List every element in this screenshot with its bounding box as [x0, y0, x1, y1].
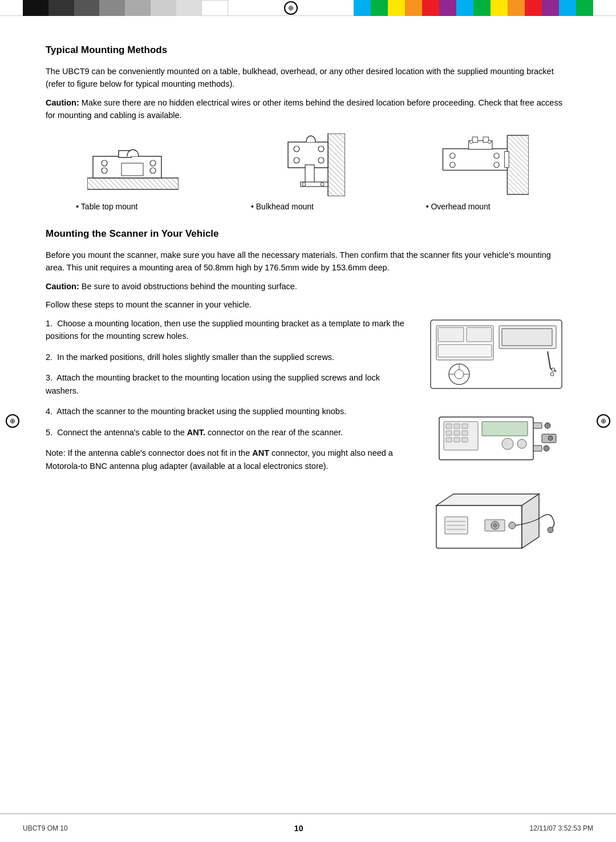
swatch-c9: [491, 0, 508, 16]
step-4-text: Attach the scanner to the mounting brack…: [56, 407, 346, 416]
page-number: 10: [294, 824, 303, 833]
swatch-7: [176, 0, 202, 16]
svg-rect-55: [446, 431, 452, 435]
step-5-text: Connect the antenna's cable to the ANT. …: [57, 428, 343, 437]
step-5: 5. Connect the antenna's cable to the AN…: [46, 426, 411, 439]
svg-rect-2: [87, 178, 179, 189]
swatch-c12: [542, 0, 559, 16]
swatch-c8: [473, 0, 491, 16]
step-2-text: In the marked positions, drill holes sli…: [57, 353, 334, 362]
top-bar-center: ⊕: [228, 0, 354, 15]
step-1: 1. Choose a mounting location, then use …: [46, 317, 411, 343]
scanner-bracket-svg: [428, 403, 565, 477]
svg-rect-36: [438, 327, 464, 342]
svg-point-43: [552, 368, 555, 371]
svg-rect-56: [454, 431, 460, 435]
svg-point-16: [318, 157, 324, 163]
svg-point-19: [302, 183, 306, 186]
table-top-diagram: [87, 133, 179, 196]
swatch-c11: [525, 0, 542, 16]
step-4: 4. Attach the scanner to the mounting br…: [46, 405, 411, 418]
swatch-c3: [388, 0, 405, 16]
svg-rect-54: [462, 424, 468, 428]
section-typical-mounting: Typical Mounting Methods The UBCT9 can b…: [46, 44, 570, 211]
svg-point-6: [102, 168, 107, 173]
svg-rect-38: [438, 345, 492, 357]
scanner-bracket-diagram: [428, 403, 565, 477]
swatch-6: [151, 0, 176, 16]
step-3: 3. Attach the mounting bracket to the mo…: [46, 371, 411, 397]
overhead-label: • Overhead mount: [426, 202, 540, 211]
step-1-text: Choose a mounting location, then use the…: [46, 319, 404, 341]
dashboard-svg: [428, 317, 565, 391]
para-intro: The UBCT9 can be conveniently mounted on…: [46, 65, 570, 91]
svg-rect-40: [502, 329, 552, 346]
svg-point-44: [550, 373, 554, 376]
svg-rect-22: [507, 135, 529, 195]
svg-point-27: [493, 162, 499, 167]
svg-rect-37: [467, 327, 492, 342]
svg-point-66: [545, 423, 550, 428]
left-color-swatches: [23, 0, 228, 15]
step-2: 2. In the marked positions, drill holes …: [46, 351, 411, 363]
svg-rect-59: [454, 438, 460, 442]
mount-labels: • Table top mount • Bulkhead mount • Ove…: [46, 202, 570, 211]
svg-rect-31: [483, 137, 488, 142]
table-top-figure: [76, 133, 190, 196]
swatch-c5: [422, 0, 439, 16]
svg-rect-57: [462, 431, 468, 435]
svg-rect-65: [533, 446, 542, 451]
swatch-c10: [508, 0, 525, 16]
car-dashboard-diagram: [428, 317, 565, 391]
svg-point-32: [469, 140, 473, 144]
top-color-bar: ⊕: [0, 0, 616, 16]
svg-point-79: [548, 527, 553, 533]
swatch-5: [125, 0, 151, 16]
swatch-c14: [576, 0, 593, 16]
swatch-c6: [439, 0, 456, 16]
svg-rect-52: [446, 424, 452, 428]
step-4-num: 4.: [46, 407, 56, 416]
bulkhead-svg: [271, 133, 345, 196]
swatch-4: [99, 0, 125, 16]
section-vehicle-mounting: Mounting the Scanner in Your Vehicle Bef…: [46, 228, 570, 562]
svg-point-69: [548, 436, 553, 440]
caution-label-1: Caution:: [46, 98, 79, 107]
registration-mark-top: ⊕: [284, 1, 298, 15]
swatch-c13: [559, 0, 576, 16]
caution-text-2: Be sure to avoid obstructions behind the…: [79, 282, 297, 291]
para-vehicle-intro: Before you mount the scanner, make sure …: [46, 249, 570, 274]
svg-rect-11: [328, 133, 345, 196]
footer-right: 12/11/07 3:52:53 PM: [530, 824, 593, 832]
svg-point-63: [517, 439, 526, 448]
heading-vehicle-mounting: Mounting the Scanner in Your Vehicle: [46, 228, 570, 240]
svg-rect-53: [454, 424, 460, 428]
svg-point-33: [488, 140, 491, 144]
overhead-diagram: [437, 133, 529, 196]
registration-mark-left: ⊕: [6, 414, 19, 428]
step-3-text: Attach the mounting bracket to the mount…: [46, 373, 380, 395]
svg-point-26: [493, 153, 499, 158]
svg-point-78: [509, 522, 516, 529]
svg-point-15: [318, 146, 324, 152]
step-1-num: 1.: [46, 319, 57, 328]
overhead-figure: [426, 133, 540, 196]
swatch-8: [201, 0, 228, 16]
swatch-c4: [405, 0, 422, 16]
bulkhead-label: • Bulkhead mount: [251, 202, 365, 211]
svg-point-5: [102, 160, 107, 166]
step-5-num: 5.: [46, 428, 57, 437]
note-prefix: Note: If the antenna cable's connector d…: [46, 448, 393, 470]
right-color-swatches: [354, 0, 593, 15]
caution-label-2: Caution:: [46, 282, 79, 291]
svg-rect-9: [121, 163, 143, 176]
scanner-cable-svg: [428, 488, 565, 562]
bulkhead-diagram: [262, 133, 354, 196]
table-top-label: • Table top mount: [76, 202, 190, 211]
svg-point-62: [502, 438, 513, 450]
para-caution1: Caution: Make sure there are no hidden e…: [46, 96, 570, 122]
svg-rect-58: [446, 438, 452, 442]
swatch-c1: [354, 0, 371, 16]
svg-point-7: [150, 160, 156, 166]
swatch-3: [74, 0, 100, 16]
